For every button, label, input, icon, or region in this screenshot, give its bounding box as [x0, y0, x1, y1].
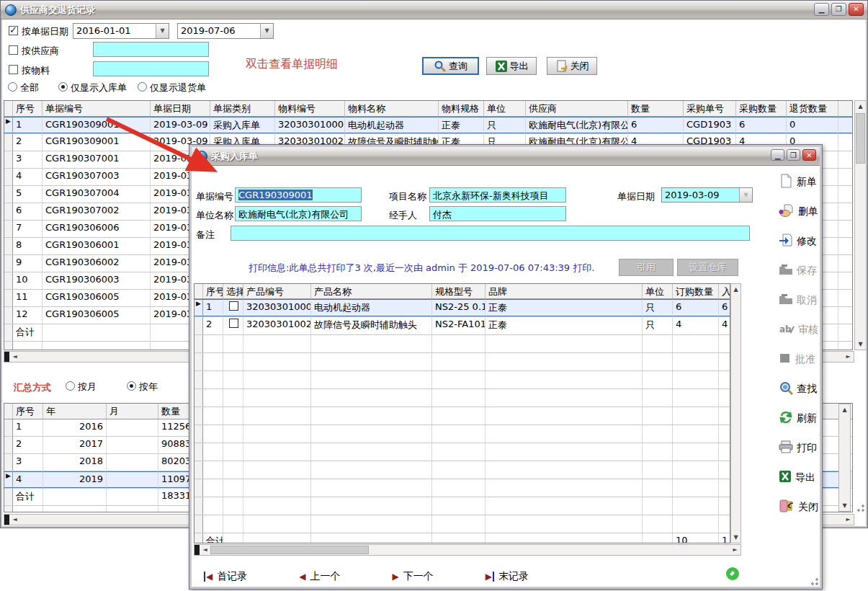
project-input[interactable]: 北京永新环保-新奥科技项目: [429, 187, 566, 203]
table-row[interactable]: ▶1320303010002电动机起动器NS2-25 0.1正泰只66: [194, 299, 730, 317]
set-warehouse-button[interactable]: 设置仓库: [677, 259, 738, 276]
chevron-down-icon[interactable]: ▼: [156, 24, 169, 38]
scroll-up-icon[interactable]: ▲: [855, 101, 866, 112]
column-header[interactable]: 单位: [484, 101, 526, 116]
doc-no-input[interactable]: CGR190309001: [235, 187, 362, 203]
filter-by-material-checkbox[interactable]: [9, 65, 18, 74]
column-header[interactable]: 退货数量: [787, 101, 838, 116]
column-header[interactable]: 产品编号: [243, 284, 311, 298]
scroll-left-icon[interactable]: ◄: [200, 545, 210, 555]
close-icon[interactable]: ✕: [802, 149, 816, 161]
empty-row[interactable]: [194, 461, 730, 479]
scroll-down-icon[interactable]: ▼: [839, 500, 850, 511]
nav-next-button[interactable]: ▶下一个: [392, 570, 433, 583]
column-header[interactable]: 年: [43, 404, 107, 419]
column-header[interactable]: 产品名称: [311, 284, 432, 298]
nav-prev-button[interactable]: ◀上一个: [299, 570, 340, 583]
supplier-name-input[interactable]: 欧施耐电气(北京)有限公司: [235, 206, 362, 221]
close-button[interactable]: 关闭: [547, 57, 597, 75]
find-button[interactable]: 查找: [779, 381, 818, 397]
close-icon[interactable]: ✕: [849, 3, 864, 16]
empty-row[interactable]: [194, 479, 730, 497]
column-header[interactable]: 品牌: [486, 284, 643, 298]
empty-row[interactable]: [194, 443, 730, 461]
total-row[interactable]: 合计101: [194, 533, 730, 543]
column-header[interactable]: 物料规格: [439, 101, 484, 116]
scroll-left-icon[interactable]: ◄: [9, 352, 20, 362]
scroll-left-icon[interactable]: ◄: [9, 515, 20, 525]
column-header[interactable]: 物料编号: [275, 101, 345, 116]
summary-mode-radio-0[interactable]: [66, 381, 75, 391]
items-vertical-scrollbar[interactable]: ▲ ▼: [730, 283, 741, 543]
date-from-combobox[interactable]: 2016-01-01 ▼: [73, 23, 169, 39]
scroll-right-icon[interactable]: ►: [843, 352, 854, 362]
column-header[interactable]: 采购单号: [684, 101, 736, 116]
scope-radio-1[interactable]: [58, 82, 68, 92]
new-button[interactable]: 新单: [779, 174, 818, 190]
splitter-handle[interactable]: [194, 545, 200, 555]
quote-button[interactable]: 引用: [619, 259, 674, 276]
empty-row[interactable]: [194, 353, 730, 371]
handler-input[interactable]: 付杰: [429, 206, 566, 221]
date-to-combobox[interactable]: 2019-07-06 ▼: [177, 23, 274, 39]
empty-row[interactable]: [194, 335, 730, 353]
scrollbar-thumb[interactable]: [210, 546, 369, 554]
doc-date-combobox[interactable]: 2019-03-09 ▼: [661, 187, 753, 203]
filter-by-date-checkbox[interactable]: [9, 26, 18, 35]
column-header[interactable]: 订购数量: [673, 284, 719, 298]
material-filter-input[interactable]: [93, 61, 209, 76]
scrollbar-thumb[interactable]: [856, 113, 865, 164]
delete-button[interactable]: 删单: [779, 203, 818, 220]
splitter-handle[interactable]: [4, 515, 9, 525]
refresh-button[interactable]: 刷新: [779, 410, 818, 427]
column-header[interactable]: 选择: [223, 284, 243, 298]
print-button[interactable]: 打印: [779, 440, 818, 456]
column-header[interactable]: 供应商: [526, 101, 628, 116]
minimize-icon[interactable]: ▁: [814, 3, 829, 16]
column-header[interactable]: 月: [107, 404, 158, 419]
export-button[interactable]: 导出: [486, 57, 537, 75]
column-header[interactable]: 入: [719, 284, 730, 298]
scroll-up-icon[interactable]: ▲: [731, 284, 741, 295]
scroll-right-icon[interactable]: ►: [843, 515, 854, 525]
column-header[interactable]: 规格型号: [432, 284, 486, 298]
column-header[interactable]: 序号: [13, 404, 43, 419]
resize-grip[interactable]: [809, 576, 819, 586]
scroll-up-icon[interactable]: ▲: [839, 404, 850, 415]
dialog-titlebar[interactable]: 采购入库单 ▁ ❒ ✕: [192, 147, 820, 166]
modify-button[interactable]: 修改: [779, 233, 818, 249]
empty-row[interactable]: [194, 425, 730, 443]
column-header[interactable]: 数量: [628, 101, 684, 116]
column-header[interactable]: 序号: [203, 284, 223, 298]
resize-grip[interactable]: [855, 502, 865, 512]
query-button[interactable]: 查询: [422, 57, 479, 75]
maximize-icon[interactable]: ❒: [831, 3, 846, 16]
column-header[interactable]: 序号: [13, 101, 42, 116]
scroll-down-icon[interactable]: ▼: [855, 339, 866, 350]
row-select-checkbox[interactable]: [229, 301, 238, 311]
remark-input[interactable]: [231, 226, 750, 241]
table-row[interactable]: 2320303010021故障信号及瞬时辅助触头NS2-FA1010正泰只44: [194, 317, 730, 335]
empty-row[interactable]: [194, 407, 730, 425]
empty-row[interactable]: [194, 371, 730, 389]
splitter-handle[interactable]: [4, 352, 9, 362]
summary-vertical-scrollbar[interactable]: ▲ ▼: [838, 404, 851, 512]
chevron-down-icon[interactable]: ▼: [260, 24, 273, 38]
column-header[interactable]: 采购数量: [736, 101, 787, 116]
scroll-down-icon[interactable]: ▼: [731, 532, 741, 543]
export-button[interactable]: 导出: [779, 469, 818, 486]
minimize-icon[interactable]: ▁: [771, 149, 784, 161]
empty-row[interactable]: [194, 497, 730, 515]
filter-by-supplier-checkbox[interactable]: [9, 45, 18, 55]
maximize-icon[interactable]: ❒: [787, 149, 800, 161]
row-select-checkbox[interactable]: [229, 319, 238, 328]
nav-last-button[interactable]: ▶末记录: [486, 570, 529, 583]
scope-radio-2[interactable]: [138, 82, 147, 92]
supplier-filter-input[interactable]: [93, 42, 209, 57]
scroll-right-icon[interactable]: ►: [730, 545, 741, 555]
column-header[interactable]: 物料名称: [345, 101, 439, 116]
empty-row[interactable]: [194, 389, 730, 407]
records-vertical-scrollbar[interactable]: ▲ ▼: [854, 100, 867, 350]
close-button[interactable]: 关闭: [779, 499, 818, 515]
empty-row[interactable]: [194, 515, 730, 533]
